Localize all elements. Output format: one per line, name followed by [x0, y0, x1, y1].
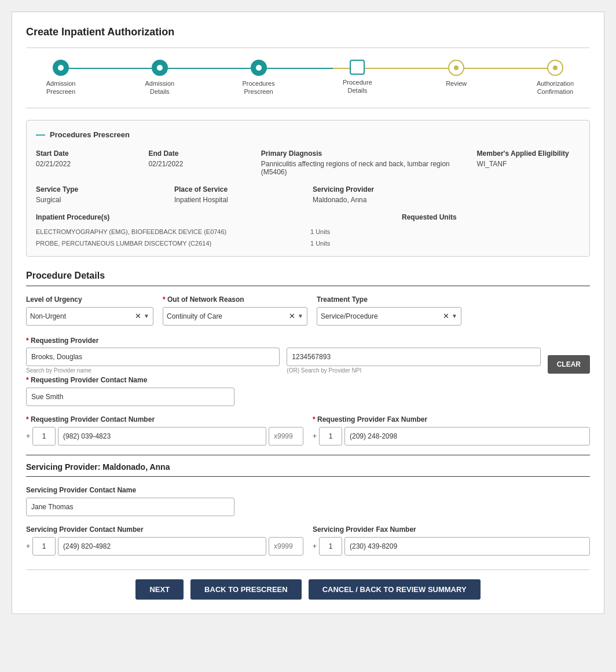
step-label-3: ProceduresPrescreen	[242, 79, 274, 96]
contact-number-label: * Requesting Provider Contact Number	[26, 415, 303, 423]
treatment-type-arrow-icon[interactable]: ▼	[452, 313, 457, 319]
procedures-label: Inpatient Procedure(s)	[36, 213, 393, 221]
servicing-fax-country-input[interactable]	[319, 537, 342, 556]
procedures-headers: Inpatient Procedure(s) Requested Units	[36, 213, 580, 224]
procedure-name-1: ELECTROMYOGRAPHY (EMG), BIOFEEDBACK DEVI…	[36, 228, 306, 235]
network-reason-label: * Out of Network Reason	[163, 295, 307, 304]
urgency-group: Level of Urgency Non-Urgent ✕ ▼	[26, 295, 153, 326]
step-admission-details: AdmissionDetails	[125, 60, 195, 96]
eligibility-label: Member's Applied Eligibility	[477, 149, 580, 158]
procedure-row-1: ELECTROMYOGRAPHY (EMG), BIOFEEDBACK DEVI…	[36, 228, 580, 235]
prescreen-header: — Procedures Prescreen	[36, 130, 580, 140]
primary-diagnosis-value: Panniculitis affecting regions of neck a…	[261, 160, 468, 176]
servicing-contact-number-group: Servicing Provider Contact Number +	[26, 525, 303, 556]
treatment-type-select[interactable]: Service/Procedure ✕ ▼	[317, 307, 461, 326]
network-reason-group: * Out of Network Reason Continuity of Ca…	[163, 295, 307, 326]
phone-plus-icon: +	[26, 432, 30, 440]
contact-name-group: * Requesting Provider Contact Name	[26, 376, 234, 406]
procedure-row-2: PROBE, PERCUTANEOUS LUMBAR DISCECTOMY (C…	[36, 240, 580, 247]
contact-phone-row: +	[26, 427, 303, 445]
servicing-provider-value: Maldonado, Anna	[313, 196, 442, 204]
network-reason-required-star: *	[163, 295, 167, 304]
end-date-label: End Date	[148, 149, 251, 158]
contact-phone-input[interactable]	[58, 427, 266, 445]
contact-ext-input[interactable]	[269, 427, 303, 445]
contact-name-input[interactable]	[26, 388, 234, 406]
contact-number-group: * Requesting Provider Contact Number +	[26, 415, 303, 445]
step-dot-5	[454, 65, 459, 70]
step-label-4: ProcedureDetails	[343, 78, 372, 95]
fax-phone-row: +	[313, 427, 590, 445]
start-date-label: Start Date	[36, 149, 139, 158]
service-type-label: Service Type	[36, 185, 165, 193]
provider-name-hint: Search by Provider name	[26, 367, 280, 374]
primary-diagnosis-field: Primary Diagnosis Panniculitis affecting…	[261, 149, 468, 176]
network-reason-select[interactable]: Continuity of Care ✕ ▼	[163, 307, 307, 326]
servicing-phone-row: +	[26, 537, 303, 556]
step-circle-3	[251, 60, 267, 76]
contact-name-label: * Requesting Provider Contact Name	[26, 376, 234, 384]
servicing-fax-input[interactable]	[344, 537, 590, 556]
collapse-icon[interactable]: —	[36, 130, 45, 140]
end-date-value: 02/21/2022	[148, 160, 251, 168]
next-button[interactable]: NEXT	[135, 579, 184, 600]
servicing-fax-group: Servicing Provider Fax Number +	[313, 525, 590, 556]
fax-number-input[interactable]	[344, 427, 590, 445]
page-title: Create Inpatient Authorization	[26, 26, 590, 38]
procedure-details-title: Procedure Details	[26, 271, 590, 281]
title-divider	[26, 48, 590, 48]
procedures-list: ELECTROMYOGRAPHY (EMG), BIOFEEDBACK DEVI…	[36, 228, 580, 247]
servicing-provider-label: Servicing Provider	[313, 185, 442, 193]
servicing-country-code-input[interactable]	[32, 537, 56, 556]
servicing-fax-label: Servicing Provider Fax Number	[313, 525, 590, 534]
urgency-row: Level of Urgency Non-Urgent ✕ ▼ * Out of…	[26, 295, 590, 326]
provider-name-input[interactable]	[26, 348, 280, 366]
network-reason-arrow-icon[interactable]: ▼	[298, 313, 303, 319]
service-type-field: Service Type Surgical	[36, 185, 165, 204]
primary-diagnosis-label: Primary Diagnosis	[261, 149, 468, 158]
servicing-ext-input[interactable]	[269, 537, 303, 556]
footer-buttons: NEXT BACK TO PRESCREEN CANCEL / BACK TO …	[26, 569, 590, 600]
servicing-phone-plus-icon: +	[26, 542, 30, 550]
end-date-field: End Date 02/21/2022	[148, 149, 251, 176]
clear-button[interactable]: CLEAR	[548, 355, 590, 374]
provider-npi-input[interactable]	[287, 348, 540, 366]
servicing-contact-number-label: Servicing Provider Contact Number	[26, 525, 303, 534]
place-of-service-label: Place of Service	[174, 185, 303, 193]
urgency-select[interactable]: Non-Urgent ✕ ▼	[26, 307, 153, 326]
step-circle-6	[547, 60, 563, 76]
step-circle-5	[448, 60, 464, 76]
cancel-back-button[interactable]: CANCEL / BACK TO REVIEW SUMMARY	[309, 579, 481, 600]
page-container: Create Inpatient Authorization Admission…	[12, 12, 604, 614]
urgency-arrow-icon[interactable]: ▼	[144, 313, 149, 319]
place-of-service-value: Inpatient Hospital	[174, 196, 303, 204]
urgency-clear-icon[interactable]: ✕	[135, 312, 141, 320]
back-to-prescreen-button[interactable]: BACK TO PRESCREEN	[190, 579, 302, 600]
procedure-details-divider	[26, 286, 590, 286]
fax-label: * Requesting Provider Fax Number	[313, 415, 590, 423]
step-auth-confirmation: AuthorizationConfirmation	[520, 60, 590, 96]
step-label-2: AdmissionDetails	[145, 79, 174, 96]
servicing-phone-input[interactable]	[58, 537, 266, 556]
servicing-inner-divider	[26, 476, 590, 477]
procedure-name-2: PROBE, PERCUTANEOUS LUMBAR DISCECTOMY (C…	[36, 240, 306, 247]
start-date-value: 02/21/2022	[36, 160, 139, 168]
eligibility-field: Member's Applied Eligibility WI_TANF	[477, 149, 580, 176]
servicing-contact-name-group: Servicing Provider Contact Name	[26, 486, 234, 516]
servicing-contact-name-label: Servicing Provider Contact Name	[26, 486, 234, 494]
contact-country-code-input[interactable]	[32, 427, 56, 445]
units-label: Requested Units	[402, 213, 580, 221]
service-type-value: Surgical	[36, 196, 165, 204]
network-reason-clear-icon[interactable]: ✕	[289, 312, 295, 320]
treatment-type-clear-icon[interactable]: ✕	[443, 312, 449, 320]
fax-country-code-input[interactable]	[319, 427, 342, 445]
place-of-service-field: Place of Service Inpatient Hospital	[174, 185, 303, 204]
procedure-units-2: 1 Units	[310, 240, 580, 247]
step-label-1: AdmissionPrescreen	[46, 79, 76, 96]
contact-required-star: *	[26, 376, 31, 384]
servicing-contact-name-input[interactable]	[26, 498, 234, 516]
servicing-phone-fax-row: Servicing Provider Contact Number + Serv…	[26, 525, 590, 556]
fax-number-group: * Requesting Provider Fax Number +	[313, 415, 590, 445]
prescreen-section: — Procedures Prescreen Start Date 02/21/…	[26, 120, 590, 257]
servicing-provider-field: Servicing Provider Maldonado, Anna	[313, 185, 442, 204]
